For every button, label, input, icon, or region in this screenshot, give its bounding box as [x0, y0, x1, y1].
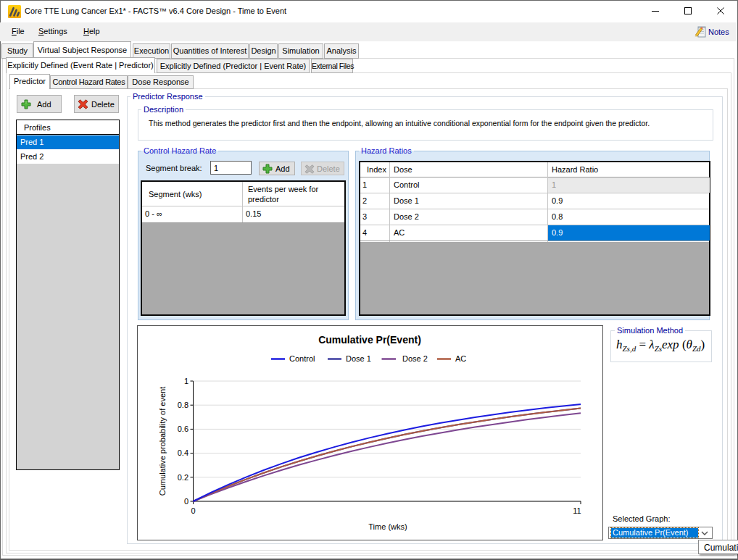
svg-text:Dose 2: Dose 2 — [402, 354, 428, 363]
svg-text:Dose 1: Dose 1 — [346, 354, 371, 363]
svg-text:0.4: 0.4 — [178, 448, 188, 457]
svg-text:1: 1 — [184, 377, 188, 385]
svg-text:Cumulative probability of even: Cumulative probability of event — [158, 387, 167, 496]
svg-text:Control: Control — [289, 354, 315, 363]
svg-text:0: 0 — [184, 497, 188, 506]
svg-text:11: 11 — [573, 506, 581, 515]
svg-text:0.6: 0.6 — [178, 425, 188, 433]
svg-text:0.2: 0.2 — [178, 473, 188, 482]
svg-text:Time (wks): Time (wks) — [368, 522, 407, 531]
svg-text:0.8: 0.8 — [178, 401, 188, 409]
svg-text:Cumulative Pr(Event): Cumulative Pr(Event) — [318, 334, 421, 346]
svg-text:0: 0 — [191, 506, 195, 515]
svg-text:AC: AC — [455, 354, 466, 363]
